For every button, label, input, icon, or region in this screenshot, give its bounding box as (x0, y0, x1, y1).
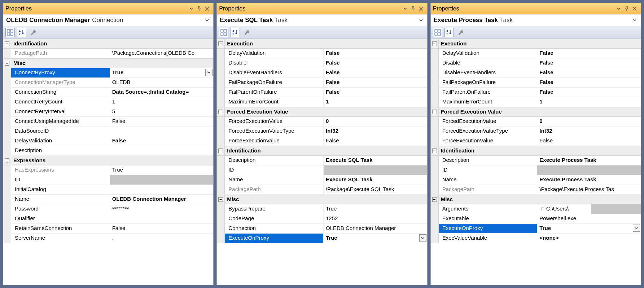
expander-icon[interactable]: − (5, 41, 9, 46)
property-value[interactable]: Powershell.exe (537, 214, 641, 223)
categorized-icon[interactable] (219, 28, 228, 37)
category-row[interactable]: −Identification (217, 146, 427, 156)
property-row[interactable]: FailPackageOnFailureFalse (431, 78, 641, 88)
property-value[interactable]: <none> (537, 234, 641, 243)
property-row[interactable]: ExecuteOnProxyTrue (217, 234, 427, 243)
property-row[interactable]: NameExecute SQL Task (217, 175, 427, 185)
property-value[interactable]: Execute Process Task (537, 175, 641, 185)
property-value[interactable]: Execute SQL Task (324, 156, 427, 165)
property-row[interactable]: Arguments-F C:\Users\ (431, 204, 641, 214)
category-row[interactable]: −Execution (217, 39, 427, 49)
property-row[interactable]: PackagePath\Package.Connections[OLEDB Co (3, 49, 213, 58)
property-row[interactable]: Qualifier (3, 214, 213, 224)
property-value[interactable] (110, 127, 214, 136)
alphabetical-icon[interactable]: AZ (444, 28, 454, 37)
property-row[interactable]: ConnectByProxyTrue (3, 68, 213, 78)
property-value[interactable]: False (537, 68, 641, 77)
value-dropdown-icon[interactable] (419, 234, 426, 242)
property-value[interactable]: False (110, 224, 214, 233)
category-row[interactable]: −Forced Execution Value (431, 107, 641, 117)
property-row[interactable]: NameExecute Process Task (431, 175, 641, 185)
property-row[interactable]: ForcedExecutionValue0 (431, 117, 641, 127)
property-row[interactable]: ID (3, 175, 213, 185)
value-dropdown-icon[interactable] (633, 225, 640, 232)
property-row[interactable]: DelayValidationFalse (431, 49, 641, 58)
property-value[interactable]: \Package\Execute SQL Task (324, 185, 427, 194)
property-value[interactable]: Execute SQL Task (324, 175, 427, 185)
property-pages-icon[interactable] (29, 28, 38, 37)
category-row[interactable]: −Misc (431, 195, 641, 204)
property-value[interactable] (324, 165, 427, 175)
property-value[interactable]: \Package\Execute Process Tas (537, 185, 641, 194)
property-value[interactable]: -F C:\Users\ (537, 204, 641, 214)
property-row[interactable]: ExecuteOnProxyTrue (431, 224, 641, 234)
chevron-down-icon[interactable] (418, 17, 424, 23)
property-row[interactable]: InitialCatalog (3, 185, 213, 195)
categorized-icon[interactable] (5, 28, 15, 37)
property-row[interactable]: ExecutablePowershell.exe (431, 214, 641, 224)
property-value[interactable]: 1252 (324, 214, 427, 223)
property-row[interactable]: RetainSameConnectionFalse (3, 224, 213, 234)
value-dropdown-icon[interactable] (205, 69, 213, 76)
property-row[interactable]: ConnectRetryCount1 (3, 97, 213, 107)
property-row[interactable]: ConnectionManagerTypeOLEDB (3, 78, 213, 88)
property-value[interactable]: Data Source=.;Initial Catalog= (110, 88, 214, 97)
property-row[interactable]: PackagePath\Package\Execute Process Tas (431, 185, 641, 195)
property-value[interactable]: False (537, 58, 641, 68)
property-value[interactable] (110, 146, 214, 155)
property-value[interactable]: OLEDB (110, 78, 214, 87)
category-row[interactable]: −Identification (3, 39, 213, 49)
property-value[interactable]: \Package.Connections[OLEDB Co (110, 49, 214, 58)
property-row[interactable]: ServerName. (3, 234, 213, 243)
property-value[interactable]: True (537, 224, 641, 233)
property-row[interactable]: DescriptionExecute Process Task (431, 156, 641, 165)
expander-icon[interactable]: − (218, 41, 223, 46)
property-value[interactable]: True (110, 165, 214, 175)
property-row[interactable]: PackagePath\Package\Execute SQL Task (217, 185, 427, 195)
property-row[interactable]: DisableFalse (217, 58, 427, 68)
property-value[interactable]: False (324, 136, 427, 146)
category-row[interactable]: −Execution (431, 39, 641, 49)
property-grid[interactable]: −IdentificationPackagePath\Package.Conne… (3, 39, 213, 285)
property-row[interactable]: ForceExecutionValueFalse (431, 136, 641, 146)
property-row[interactable]: ForcedExecutionValue0 (217, 117, 427, 127)
expander-icon[interactable]: − (432, 149, 437, 153)
category-row[interactable]: +Expressions (3, 156, 213, 165)
property-row[interactable]: DisableEventHandlersFalse (431, 68, 641, 78)
dropdown-icon[interactable] (615, 5, 623, 13)
pin-icon[interactable] (623, 5, 631, 13)
object-selector[interactable]: Execute SQL TaskTask (217, 14, 427, 26)
property-row[interactable]: ID (217, 165, 427, 175)
property-row[interactable]: ForcedExecutionValueTypeInt32 (217, 127, 427, 136)
property-value[interactable]: False (324, 58, 427, 68)
property-grid[interactable]: −ExecutionDelayValidationFalseDisableFal… (217, 39, 427, 285)
property-row[interactable]: ConnectRetryInterval5 (3, 107, 213, 117)
property-value[interactable]: False (324, 49, 427, 58)
object-selector[interactable]: Execute Process TaskTask (431, 14, 641, 26)
property-value[interactable]: False (110, 136, 214, 146)
property-row[interactable]: NameOLEDB Connection Manager (3, 195, 213, 204)
property-row[interactable]: Description (3, 146, 213, 156)
property-row[interactable]: ConnectUsingManagedIdeFalse (3, 117, 213, 127)
category-row[interactable]: −Misc (3, 58, 213, 68)
property-value[interactable]: Int32 (537, 127, 641, 136)
expander-icon[interactable]: − (432, 197, 437, 202)
property-row[interactable]: DisableEventHandlersFalse (217, 68, 427, 78)
property-value[interactable]: . (110, 234, 214, 243)
property-value[interactable]: 0 (324, 117, 427, 126)
property-value[interactable]: False (537, 49, 641, 58)
property-value[interactable] (110, 214, 214, 223)
property-row[interactable]: Password******** (3, 204, 213, 214)
property-row[interactable]: FailParentOnFailureFalse (217, 88, 427, 97)
categorized-icon[interactable] (433, 28, 442, 37)
chevron-down-icon[interactable] (204, 17, 210, 23)
property-value[interactable] (110, 185, 214, 194)
property-value[interactable]: 1 (324, 97, 427, 107)
property-value[interactable]: 1 (110, 97, 214, 107)
property-value[interactable]: False (324, 78, 427, 87)
property-value[interactable]: False (537, 136, 641, 146)
property-row[interactable]: ExecValueVariable<none> (431, 234, 641, 243)
property-value[interactable]: False (537, 78, 641, 87)
property-value[interactable]: False (324, 88, 427, 97)
property-value[interactable]: 1 (537, 97, 641, 107)
